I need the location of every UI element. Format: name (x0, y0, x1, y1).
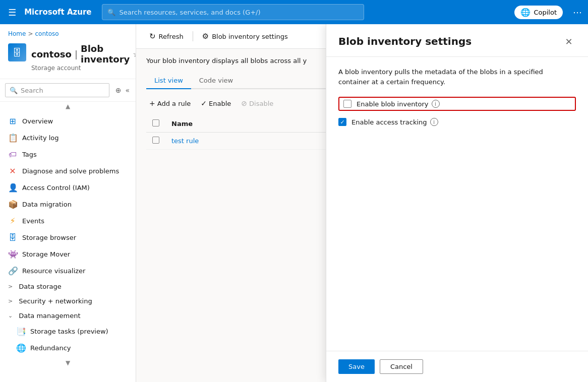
sidebar-item-label: Storage Mover (22, 250, 70, 258)
enable-icon: ✓ (201, 99, 207, 107)
panel-description: A blob inventory pulls the metadata of t… (338, 67, 576, 87)
sidebar-item-label: Data management (19, 312, 80, 320)
resource-visualizer-icon: 🔗 (8, 266, 17, 276)
sidebar-item-label: Activity log (22, 134, 59, 142)
events-icon: ⚡ (8, 216, 17, 226)
sidebar-search-input[interactable]: 🔍 Search (5, 83, 109, 97)
refresh-button[interactable]: ↻ Refresh (144, 29, 189, 43)
search-icon: 🔍 (107, 9, 115, 16)
breadcrumb-current[interactable]: contoso (35, 30, 59, 37)
resource-info: contoso | Blob inventory ☆ ⋯ Storage acc… (31, 43, 136, 72)
enable-access-info-icon[interactable]: i (430, 118, 438, 126)
data-storage-chevron: > (8, 283, 13, 290)
storage-mover-icon: 👾 (8, 249, 17, 259)
sidebar-item-data-storage[interactable]: > Data storage (0, 279, 136, 294)
more-options-button[interactable]: ⋯ (573, 7, 582, 18)
sidebar-item-label: Storage browser (22, 234, 76, 241)
cancel-button[interactable]: Cancel (380, 359, 423, 374)
sidebar-item-iam[interactable]: 👤 Access Control (IAM) (0, 179, 136, 196)
enable-blob-info-icon[interactable]: i (432, 100, 440, 108)
settings-icon: ⚙ (202, 32, 209, 41)
sidebar-item-storage-tasks[interactable]: 📑 Storage tasks (preview) (0, 323, 136, 340)
copilot-icon: 🌐 (520, 8, 531, 17)
sidebar-item-events[interactable]: ⚡ Events (0, 213, 136, 229)
refresh-icon: ↻ (149, 32, 156, 41)
sidebar-scroll-area: ▲ ⊞ Overview 📋 Activity log 🏷 Tags (0, 102, 136, 382)
resource-icon: 🗄 (8, 43, 26, 61)
tags-icon: 🏷 (8, 150, 17, 159)
data-migration-icon: 📦 (8, 200, 17, 209)
tab-list-view[interactable]: List view (146, 73, 191, 89)
sidebar-item-label: Security + networking (19, 297, 92, 305)
hamburger-menu[interactable]: ☰ (6, 5, 18, 20)
row-checkbox[interactable] (152, 137, 159, 144)
enable-button[interactable]: ✓ Enable (198, 97, 234, 109)
add-rule-button[interactable]: + Add a rule (146, 97, 194, 109)
sidebar-item-label: Overview (22, 117, 53, 125)
top-navigation: ☰ Microsoft Azure 🔍 Search resources, se… (0, 0, 588, 24)
disable-button[interactable]: ⊘ Disable (238, 97, 276, 109)
sidebar-item-redundancy[interactable]: 🌐 Redundancy (0, 340, 136, 356)
security-chevron: > (8, 298, 13, 304)
breadcrumb-separator: > (28, 30, 33, 37)
storage-tasks-icon: 📑 (16, 327, 25, 336)
panel-close-button[interactable]: ✕ (562, 34, 576, 48)
sidebar-item-label: Storage tasks (preview) (30, 328, 108, 335)
enable-access-tracking-label: Enable access tracking i (351, 118, 438, 126)
sidebar-collapse-icon[interactable]: « (124, 85, 131, 95)
enable-blob-inventory-checkbox[interactable] (343, 100, 351, 108)
sidebar-item-label: Data storage (19, 283, 62, 290)
rule-link[interactable]: test rule (171, 137, 199, 145)
sidebar: Home > contoso 🗄 contoso | Blob inventor… (0, 24, 136, 382)
enable-blob-inventory-option: Enable blob inventory i (338, 97, 576, 111)
sidebar-nav-wrapper: ▲ ⊞ Overview 📋 Activity log 🏷 Tags (0, 102, 136, 382)
sidebar-item-tags[interactable]: 🏷 Tags (0, 146, 136, 163)
scroll-up-arrow[interactable]: ▲ (0, 102, 136, 111)
sidebar-item-resource-visualizer[interactable]: 🔗 Resource visualizer (0, 263, 136, 279)
select-all-checkbox[interactable] (152, 119, 159, 126)
sidebar-item-data-management[interactable]: ⌄ Data management (0, 308, 136, 323)
search-placeholder: Search resources, services, and docs (G+… (120, 9, 261, 16)
sidebar-item-activity-log[interactable]: 📋 Activity log (0, 130, 136, 146)
sidebar-item-label: Data migration (22, 201, 72, 208)
copilot-label: Copilot (534, 9, 557, 16)
table-header-check (146, 115, 165, 133)
tab-code-view[interactable]: Code view (191, 73, 241, 89)
right-panel: Blob inventory settings ✕ A blob invento… (326, 24, 588, 382)
save-button[interactable]: Save (338, 359, 375, 374)
global-search[interactable]: 🔍 Search resources, services, and docs (… (102, 4, 364, 20)
sidebar-item-diagnose[interactable]: ✕ Diagnose and solve problems (0, 163, 136, 179)
table-cell-check (146, 133, 165, 150)
panel-header: Blob inventory settings ✕ (326, 24, 588, 57)
redundancy-icon: 🌐 (16, 343, 25, 353)
sidebar-item-label: Redundancy (30, 344, 71, 352)
sidebar-nav: ⊞ Overview 📋 Activity log 🏷 Tags ✕ Diagn… (0, 111, 136, 358)
iam-icon: 👤 (8, 183, 17, 193)
sidebar-search-placeholder: Search (21, 87, 43, 94)
add-icon: + (149, 99, 155, 107)
azure-logo: Microsoft Azure (24, 8, 91, 17)
sidebar-item-data-migration[interactable]: 📦 Data migration (0, 196, 136, 213)
sidebar-search-area: 🔍 Search ⊕ « (0, 79, 136, 102)
sidebar-pin-icon[interactable]: ⊕ (114, 85, 123, 95)
sidebar-item-label: Access Control (IAM) (22, 184, 90, 192)
sidebar-item-label: Events (22, 217, 44, 225)
data-management-chevron: ⌄ (8, 312, 13, 319)
favorite-star-icon[interactable]: ☆ (133, 49, 136, 59)
enable-blob-inventory-label: Enable blob inventory i (357, 100, 440, 108)
sidebar-item-storage-mover[interactable]: 👾 Storage Mover (0, 246, 136, 263)
blob-inventory-settings-button[interactable]: ⚙ Blob inventory settings (197, 29, 293, 43)
sidebar-item-overview[interactable]: ⊞ Overview (0, 113, 136, 130)
copilot-button[interactable]: 🌐 Copilot (514, 6, 563, 19)
sidebar-item-label: Resource visualizer (22, 267, 85, 275)
sidebar-item-security-networking[interactable]: > Security + networking (0, 294, 136, 308)
sidebar-item-storage-browser[interactable]: 🗄 Storage browser (0, 229, 136, 246)
enable-access-tracking-checkbox[interactable] (338, 118, 346, 126)
breadcrumb-home[interactable]: Home (8, 30, 26, 37)
activity-log-icon: 📋 (8, 133, 17, 143)
resource-subtitle: Storage account (31, 65, 136, 72)
sidebar-controls: ⊕ « (114, 85, 131, 95)
scroll-down-arrow[interactable]: ▼ (0, 358, 136, 367)
panel-title: Blob inventory settings (338, 35, 472, 47)
sidebar-item-label: Diagnose and solve problems (22, 167, 119, 175)
